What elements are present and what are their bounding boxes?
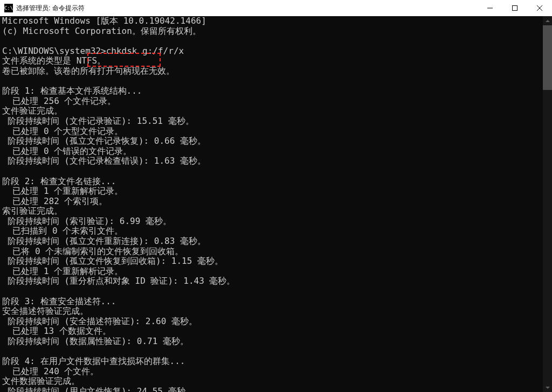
window-title: 选择管理员: 命令提示符 [16, 4, 85, 13]
scrollbar-down-button[interactable] [543, 383, 552, 392]
console-output: Microsoft Windows [版本 10.0.19042.1466] (… [0, 16, 543, 392]
chevron-up-icon [546, 20, 550, 22]
scrollbar-thumb[interactable] [543, 25, 552, 90]
maximize-button[interactable] [502, 0, 527, 16]
vertical-scrollbar[interactable] [543, 16, 552, 392]
minimize-button[interactable] [478, 0, 502, 16]
scrollbar-track[interactable] [543, 25, 552, 383]
svg-rect-1 [513, 6, 518, 11]
close-button[interactable] [527, 0, 552, 16]
console-viewport[interactable]: Microsoft Windows [版本 10.0.19042.1466] (… [0, 16, 543, 392]
command-prompt-window: C:\ 选择管理员: 命令提示符 Microsoft Windows [版本 1… [0, 0, 552, 392]
scrollbar-up-button[interactable] [543, 16, 552, 25]
cmd-icon: C:\ [4, 4, 13, 12]
client-area: Microsoft Windows [版本 10.0.19042.1466] (… [0, 16, 552, 392]
chevron-down-icon [546, 387, 550, 389]
titlebar[interactable]: C:\ 选择管理员: 命令提示符 [0, 0, 552, 16]
minimize-icon [487, 5, 493, 11]
close-icon [537, 5, 542, 11]
maximize-icon [512, 5, 518, 11]
